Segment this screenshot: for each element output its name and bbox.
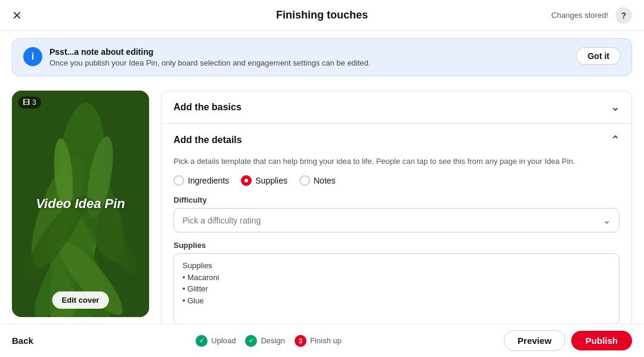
ingredients-label: Ingredients xyxy=(188,176,229,185)
add-details-label: Add the details xyxy=(174,135,242,145)
notes-label: Notes xyxy=(314,176,336,185)
add-basics-label: Add the basics xyxy=(174,102,242,113)
template-radio-group: Ingredients Supplies Notes xyxy=(174,175,620,186)
changes-stored-label: Changes stored! xyxy=(552,11,608,20)
edit-cover-button[interactable]: Edit cover xyxy=(52,291,109,309)
add-basics-header[interactable]: Add the basics ⌄ xyxy=(162,91,631,123)
difficulty-select[interactable]: Pick a difficulty rating ⌄ xyxy=(174,208,620,232)
back-button[interactable]: Back xyxy=(12,336,33,346)
close-button[interactable]: ✕ xyxy=(12,10,22,21)
banner-title: Psst...a note about editing xyxy=(49,47,370,57)
header-right: Changes stored! ? xyxy=(552,7,632,24)
finish-number-badge: 3 xyxy=(295,335,306,347)
supplies-radio-circle xyxy=(241,175,252,186)
difficulty-placeholder: Pick a difficulty rating xyxy=(182,216,261,225)
section-description: Pick a details template that can help br… xyxy=(174,156,620,167)
finish-label: Finish up xyxy=(310,336,342,345)
supplies-textarea[interactable]: Supplies • Macaroni • Glitter • Glue xyxy=(174,253,620,325)
design-check-icon: ✓ xyxy=(245,335,257,347)
help-button[interactable]: ? xyxy=(615,7,632,24)
banner-text: Psst...a note about editing Once you pub… xyxy=(49,47,370,67)
banner-left: i Psst...a note about editing Once you p… xyxy=(23,47,370,67)
supplies-radio[interactable]: Supplies xyxy=(241,175,287,186)
chevron-down-icon: ⌄ xyxy=(611,101,620,114)
banner-body: Once you publish your Idea Pin, only boa… xyxy=(49,58,370,67)
chevron-up-icon: ⌃ xyxy=(611,134,620,147)
step-upload: ✓ Upload xyxy=(196,335,236,347)
right-actions: Preview Publish xyxy=(504,330,632,351)
notes-radio-circle xyxy=(299,175,310,186)
upload-label: Upload xyxy=(211,336,236,345)
got-it-button[interactable]: Got it xyxy=(576,47,621,65)
add-basics-section: Add the basics ⌄ xyxy=(162,91,631,124)
info-icon: i xyxy=(23,47,42,66)
film-icon: 🎞 xyxy=(23,98,30,107)
bottom-bar: Back ✓ Upload ✓ Design 3 Finish up Previ… xyxy=(0,324,644,357)
add-details-body: Pick a details template that can help br… xyxy=(162,156,631,332)
step-finish: 3 Finish up xyxy=(295,335,342,347)
preview-button[interactable]: Preview xyxy=(504,330,565,351)
add-details-header[interactable]: Add the details ⌃ xyxy=(162,124,631,156)
badge-count: 3 xyxy=(32,98,36,107)
video-idea-pin-label: Video Idea Pin xyxy=(36,196,125,212)
supplies-label: Supplies xyxy=(255,176,287,185)
steps-bar: ✓ Upload ✓ Design 3 Finish up xyxy=(196,335,341,347)
publish-button[interactable]: Publish xyxy=(571,331,632,350)
chevron-down-icon: ⌄ xyxy=(603,215,611,226)
form-panel: Add the basics ⌄ Add the details ⌃ Pick … xyxy=(161,91,632,332)
upload-check-icon: ✓ xyxy=(196,335,208,347)
image-panel: 🎞 3 Video Idea Pin Edit cover xyxy=(12,91,149,332)
info-banner: i Psst...a note about editing Once you p… xyxy=(12,38,632,76)
main-content: 🎞 3 Video Idea Pin Edit cover Add the ba… xyxy=(0,83,644,332)
difficulty-label: Difficulty xyxy=(174,195,620,204)
step-design: ✓ Design xyxy=(245,335,284,347)
page-title: Finishing touches xyxy=(276,9,368,21)
image-container: 🎞 3 Video Idea Pin Edit cover xyxy=(12,91,149,317)
supplies-field-label: Supplies xyxy=(174,241,620,250)
add-details-section: Add the details ⌃ Pick a details templat… xyxy=(162,124,631,332)
header: ✕ Finishing touches Changes stored! ? xyxy=(0,0,644,31)
ingredients-radio-circle xyxy=(174,175,184,186)
ingredients-radio[interactable]: Ingredients xyxy=(174,175,229,186)
video-badge: 🎞 3 xyxy=(18,97,41,108)
notes-radio[interactable]: Notes xyxy=(299,175,336,186)
design-label: Design xyxy=(261,336,284,345)
